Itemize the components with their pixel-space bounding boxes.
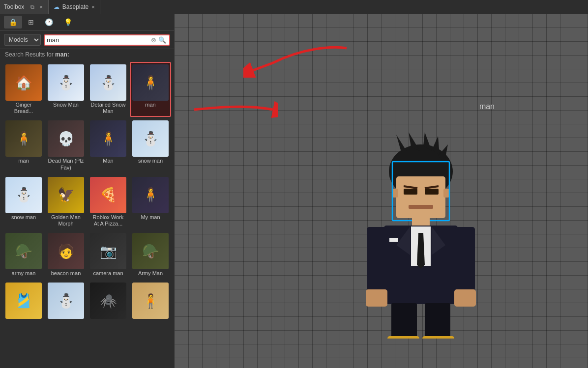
item-label-snow-man3: snow man bbox=[11, 214, 36, 221]
svg-rect-14 bbox=[392, 189, 398, 198]
item-thumbnail-camera-man: 📷 bbox=[90, 233, 126, 269]
item-label-army-man2: Army Man bbox=[138, 270, 163, 277]
item-thumbnail-dead-man: 💀 bbox=[48, 120, 84, 157]
search-area: Models Decals Meshes ⊗ 🔍 bbox=[0, 31, 174, 49]
tab-toolbox[interactable]: Toolbox ⧉ × bbox=[0, 0, 49, 14]
grid-item-man-selected[interactable]: 🧍man bbox=[130, 62, 171, 117]
item-label-dead-man: Dead Man (Plz Fav) bbox=[48, 158, 84, 170]
svg-rect-8 bbox=[396, 176, 445, 218]
grid-item-row5c[interactable]: 🕷️ bbox=[88, 280, 129, 322]
viewport-character-label: man bbox=[479, 102, 495, 111]
item-label-my-man: My man bbox=[141, 214, 160, 221]
svg-rect-29 bbox=[425, 303, 450, 339]
item-label-beacon-man: beacon man bbox=[51, 270, 81, 277]
nav-bulb-button[interactable]: 💡 bbox=[59, 16, 77, 28]
main-layout: 🔒 ⊞ 🕐 💡 Models Decals Meshes ⊗ 🔍 Search … bbox=[0, 14, 588, 368]
item-label-golden-man: Golden Man Morph bbox=[48, 214, 84, 227]
item-label-pizza-man: Roblox Work At A Pizza... bbox=[90, 214, 126, 227]
svg-rect-25 bbox=[455, 227, 475, 291]
item-thumbnail-snow-man3: ⛄ bbox=[5, 177, 42, 213]
grid-item-army-man2[interactable]: 🪖Army Man bbox=[130, 230, 171, 279]
grid-item-army-man[interactable]: 🪖army man bbox=[3, 230, 44, 279]
grid-item-row5b[interactable]: ⛄ bbox=[45, 280, 87, 322]
item-thumbnail-pizza-man: 🍕 bbox=[90, 177, 126, 213]
grid-item-snow-man[interactable]: ⛄Snow Man bbox=[45, 62, 87, 117]
svg-rect-13 bbox=[409, 205, 433, 209]
item-label-army-man: army man bbox=[12, 270, 36, 277]
search-clear-button[interactable]: ⊗ bbox=[150, 36, 157, 44]
search-input[interactable] bbox=[47, 36, 150, 44]
grid-item-snow-man2[interactable]: ⛄snow man bbox=[130, 118, 171, 173]
close-toolbox-button[interactable]: × bbox=[38, 3, 44, 11]
category-select[interactable]: Models Decals Meshes bbox=[4, 34, 41, 46]
item-thumbnail-row5a: 🎽 bbox=[5, 283, 42, 319]
search-submit-button[interactable]: 🔍 bbox=[157, 36, 167, 44]
svg-marker-3 bbox=[396, 135, 409, 154]
svg-rect-28 bbox=[391, 303, 417, 339]
svg-rect-31 bbox=[422, 336, 454, 339]
grid-item-camera-man[interactable]: 📷camera man bbox=[88, 230, 129, 279]
item-thumbnail-row5d: 🧍 bbox=[132, 283, 169, 319]
item-thumbnail-snow-man: ⛄ bbox=[48, 64, 84, 101]
nav-grid-button[interactable]: ⊞ bbox=[23, 16, 39, 28]
svg-rect-10 bbox=[425, 189, 439, 195]
minimize-button[interactable]: ⧉ bbox=[29, 3, 36, 11]
item-label-snow-man: Snow Man bbox=[53, 102, 79, 108]
grid-item-ginger-bread[interactable]: 🏠Ginger Bread... bbox=[3, 62, 44, 117]
item-label-Man: Man bbox=[103, 158, 113, 164]
items-grid: 🏠Ginger Bread...⛄Snow Man⛄Detailed Snow … bbox=[0, 60, 174, 368]
svg-rect-23 bbox=[389, 238, 398, 242]
character-figure bbox=[352, 132, 490, 339]
item-thumbnail-man2: 🧍 bbox=[5, 120, 42, 157]
tab-baseplate[interactable]: ☁ Baseplate × bbox=[49, 0, 100, 14]
item-label-camera-man: camera man bbox=[93, 270, 123, 277]
svg-rect-15 bbox=[443, 189, 449, 198]
svg-rect-9 bbox=[404, 189, 417, 195]
item-thumbnail-army-man: 🪖 bbox=[5, 233, 42, 269]
grid-item-snow-man3[interactable]: ⛄snow man bbox=[3, 174, 44, 229]
grid-item-row5a[interactable]: 🎽 bbox=[3, 280, 44, 322]
item-thumbnail-snow-man2: ⛄ bbox=[132, 120, 169, 157]
item-label-detailed-snow-man: Detailed Snow Man bbox=[90, 102, 126, 114]
top-bar: Toolbox ⧉ × ☁ Baseplate × bbox=[0, 0, 588, 14]
item-label-man-selected: man bbox=[145, 102, 155, 108]
grid-item-Man[interactable]: 🧍Man bbox=[88, 118, 129, 173]
viewport: man bbox=[175, 14, 588, 368]
svg-rect-26 bbox=[366, 289, 387, 307]
item-label-ginger-bread: Ginger Bread... bbox=[5, 102, 42, 114]
toolbox-panel: 🔒 ⊞ 🕐 💡 Models Decals Meshes ⊗ 🔍 Search … bbox=[0, 14, 175, 368]
grid-item-beacon-man[interactable]: 🧑beacon man bbox=[45, 230, 87, 279]
svg-rect-30 bbox=[387, 336, 419, 339]
nav-clock-button[interactable]: 🕐 bbox=[40, 16, 58, 28]
search-results-label: Search Results for man: bbox=[0, 49, 174, 60]
item-thumbnail-army-man2: 🪖 bbox=[132, 233, 169, 269]
item-thumbnail-detailed-snow-man: ⛄ bbox=[90, 64, 126, 101]
grid-item-golden-man[interactable]: 🦅Golden Man Morph bbox=[45, 174, 87, 229]
item-label-snow-man2: snow man bbox=[138, 158, 163, 164]
close-baseplate-button[interactable]: × bbox=[91, 4, 94, 10]
item-label-man2: man bbox=[18, 158, 29, 164]
item-thumbnail-my-man: 🧍 bbox=[132, 177, 169, 213]
cloud-icon: ☁ bbox=[54, 3, 59, 10]
item-thumbnail-man-selected: 🧍 bbox=[132, 64, 169, 101]
grid-item-dead-man[interactable]: 💀Dead Man (Plz Fav) bbox=[45, 118, 87, 173]
item-thumbnail-Man: 🧍 bbox=[90, 120, 126, 157]
item-thumbnail-beacon-man: 🧑 bbox=[48, 233, 84, 269]
item-thumbnail-row5c: 🕷️ bbox=[90, 283, 126, 319]
item-thumbnail-ginger-bread: 🏠 bbox=[5, 64, 42, 101]
item-thumbnail-row5b: ⛄ bbox=[48, 283, 84, 319]
grid-item-pizza-man[interactable]: 🍕Roblox Work At A Pizza... bbox=[88, 174, 129, 229]
toolbox-tab-label: Toolbox bbox=[4, 3, 24, 10]
grid-item-row5d[interactable]: 🧍 bbox=[130, 280, 171, 322]
search-box: ⊗ 🔍 bbox=[44, 34, 170, 46]
nav-lock-button[interactable]: 🔒 bbox=[4, 16, 22, 28]
toolbox-nav: 🔒 ⊞ 🕐 💡 bbox=[0, 14, 174, 31]
grid-item-man2[interactable]: 🧍man bbox=[3, 118, 44, 173]
grid-item-detailed-snow-man[interactable]: ⛄Detailed Snow Man bbox=[88, 62, 129, 117]
grid-item-my-man[interactable]: 🧍My man bbox=[130, 174, 171, 229]
baseplate-tab-label: Baseplate bbox=[62, 3, 88, 10]
svg-rect-24 bbox=[367, 227, 386, 291]
svg-rect-27 bbox=[454, 289, 476, 307]
item-thumbnail-golden-man: 🦅 bbox=[48, 177, 84, 213]
